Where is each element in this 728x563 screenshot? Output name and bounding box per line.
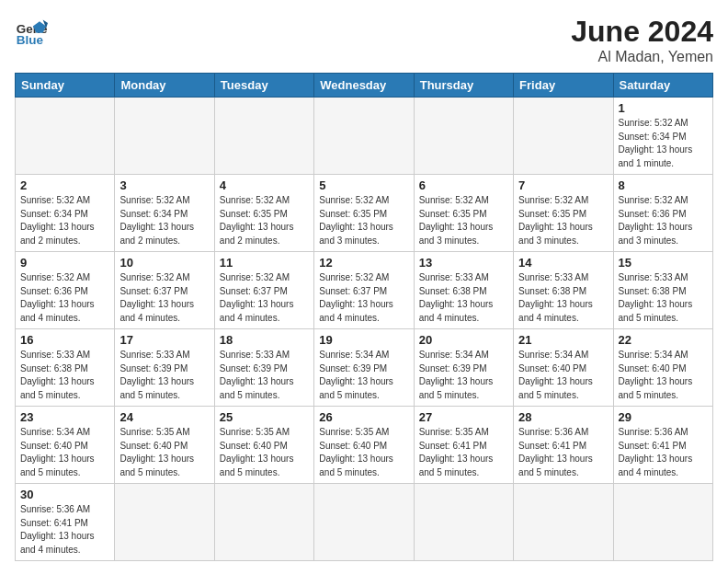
day-number: 1 — [619, 101, 708, 115]
calendar-cell — [115, 484, 214, 561]
day-number: 5 — [319, 178, 408, 192]
day-number: 4 — [220, 178, 309, 192]
day-info: Sunrise: 5:36 AM Sunset: 6:41 PM Dayligh… — [619, 426, 708, 479]
calendar-cell — [115, 98, 214, 175]
day-info: Sunrise: 5:32 AM Sunset: 6:34 PM Dayligh… — [619, 117, 708, 170]
day-info: Sunrise: 5:32 AM Sunset: 6:35 PM Dayligh… — [419, 194, 508, 247]
day-info: Sunrise: 5:32 AM Sunset: 6:37 PM Dayligh… — [220, 271, 309, 325]
calendar-cell: 3Sunrise: 5:32 AM Sunset: 6:34 PM Daylig… — [115, 175, 214, 252]
calendar-cell — [314, 98, 414, 175]
day-info: Sunrise: 5:36 AM Sunset: 6:41 PM Dayligh… — [518, 426, 608, 479]
day-info: Sunrise: 5:36 AM Sunset: 6:41 PM Dayligh… — [20, 503, 109, 557]
calendar-cell: 30Sunrise: 5:36 AM Sunset: 6:41 PM Dayli… — [16, 484, 115, 561]
day-number: 12 — [319, 256, 408, 270]
day-info: Sunrise: 5:32 AM Sunset: 6:35 PM Dayligh… — [319, 194, 408, 247]
page-subtitle: Al Madan, Yemen — [571, 49, 713, 65]
calendar-cell — [214, 484, 313, 561]
calendar-cell: 14Sunrise: 5:33 AM Sunset: 6:38 PM Dayli… — [514, 252, 613, 329]
calendar-cell: 16Sunrise: 5:33 AM Sunset: 6:38 PM Dayli… — [16, 329, 115, 407]
calendar-cell: 27Sunrise: 5:35 AM Sunset: 6:41 PM Dayli… — [414, 407, 513, 484]
col-header-friday: Friday — [514, 74, 613, 98]
day-number: 13 — [419, 256, 508, 270]
day-info: Sunrise: 5:34 AM Sunset: 6:40 PM Dayligh… — [20, 426, 109, 479]
calendar-cell: 23Sunrise: 5:34 AM Sunset: 6:40 PM Dayli… — [16, 407, 115, 484]
day-info: Sunrise: 5:32 AM Sunset: 6:34 PM Dayligh… — [119, 194, 209, 247]
svg-text:Blue: Blue — [17, 33, 44, 47]
calendar-table: SundayMondayTuesdayWednesdayThursdayFrid… — [15, 73, 713, 561]
day-info: Sunrise: 5:32 AM Sunset: 6:37 PM Dayligh… — [319, 271, 408, 325]
calendar-cell: 6Sunrise: 5:32 AM Sunset: 6:35 PM Daylig… — [414, 175, 513, 252]
calendar-cell: 19Sunrise: 5:34 AM Sunset: 6:39 PM Dayli… — [314, 329, 414, 407]
day-info: Sunrise: 5:34 AM Sunset: 6:39 PM Dayligh… — [419, 349, 508, 402]
logo: General Blue — [15, 15, 48, 48]
day-info: Sunrise: 5:32 AM Sunset: 6:36 PM Dayligh… — [20, 271, 109, 325]
calendar-week-row: 2Sunrise: 5:32 AM Sunset: 6:34 PM Daylig… — [16, 175, 713, 252]
day-info: Sunrise: 5:33 AM Sunset: 6:39 PM Dayligh… — [220, 349, 309, 402]
day-number: 23 — [20, 410, 109, 424]
calendar-cell — [414, 484, 513, 561]
calendar-cell: 4Sunrise: 5:32 AM Sunset: 6:35 PM Daylig… — [214, 175, 313, 252]
day-number: 6 — [419, 178, 508, 192]
calendar-week-row: 9Sunrise: 5:32 AM Sunset: 6:36 PM Daylig… — [16, 252, 713, 329]
day-number: 24 — [119, 410, 209, 424]
logo-icon: General Blue — [15, 15, 48, 48]
col-header-sunday: Sunday — [16, 74, 115, 98]
calendar-cell — [613, 484, 712, 561]
day-info: Sunrise: 5:32 AM Sunset: 6:35 PM Dayligh… — [220, 194, 309, 247]
calendar-cell: 28Sunrise: 5:36 AM Sunset: 6:41 PM Dayli… — [514, 407, 613, 484]
day-info: Sunrise: 5:35 AM Sunset: 6:40 PM Dayligh… — [319, 426, 408, 479]
calendar-cell: 10Sunrise: 5:32 AM Sunset: 6:37 PM Dayli… — [115, 252, 214, 329]
calendar-week-row: 23Sunrise: 5:34 AM Sunset: 6:40 PM Dayli… — [16, 407, 713, 484]
calendar-cell: 9Sunrise: 5:32 AM Sunset: 6:36 PM Daylig… — [16, 252, 115, 329]
day-number: 11 — [220, 256, 309, 270]
title-block: June 2024 Al Madan, Yemen — [571, 15, 713, 65]
calendar-cell: 24Sunrise: 5:35 AM Sunset: 6:40 PM Dayli… — [115, 407, 214, 484]
page-title: June 2024 — [571, 15, 713, 49]
calendar-week-row: 1Sunrise: 5:32 AM Sunset: 6:34 PM Daylig… — [16, 98, 713, 175]
calendar-cell: 20Sunrise: 5:34 AM Sunset: 6:39 PM Dayli… — [414, 329, 513, 407]
col-header-saturday: Saturday — [613, 74, 712, 98]
day-number: 27 — [419, 410, 508, 424]
day-number: 20 — [419, 333, 508, 347]
calendar-cell — [214, 98, 313, 175]
calendar-cell: 5Sunrise: 5:32 AM Sunset: 6:35 PM Daylig… — [314, 175, 414, 252]
day-number: 28 — [518, 410, 608, 424]
day-info: Sunrise: 5:33 AM Sunset: 6:39 PM Dayligh… — [119, 349, 209, 402]
day-info: Sunrise: 5:35 AM Sunset: 6:41 PM Dayligh… — [419, 426, 508, 479]
day-number: 21 — [518, 333, 608, 347]
day-info: Sunrise: 5:34 AM Sunset: 6:39 PM Dayligh… — [319, 349, 408, 402]
calendar-cell: 11Sunrise: 5:32 AM Sunset: 6:37 PM Dayli… — [214, 252, 313, 329]
day-info: Sunrise: 5:32 AM Sunset: 6:37 PM Dayligh… — [119, 271, 209, 325]
day-info: Sunrise: 5:34 AM Sunset: 6:40 PM Dayligh… — [518, 349, 608, 402]
day-number: 16 — [20, 333, 109, 347]
col-header-wednesday: Wednesday — [314, 74, 414, 98]
page-header: General Blue June 2024 Al Madan, Yemen — [15, 15, 713, 65]
calendar-cell: 8Sunrise: 5:32 AM Sunset: 6:36 PM Daylig… — [613, 175, 712, 252]
calendar-cell: 15Sunrise: 5:33 AM Sunset: 6:38 PM Dayli… — [613, 252, 712, 329]
calendar-cell: 1Sunrise: 5:32 AM Sunset: 6:34 PM Daylig… — [613, 98, 712, 175]
day-number: 10 — [119, 256, 209, 270]
day-number: 30 — [20, 488, 109, 501]
calendar-cell — [514, 484, 613, 561]
calendar-cell: 26Sunrise: 5:35 AM Sunset: 6:40 PM Dayli… — [314, 407, 414, 484]
col-header-monday: Monday — [115, 74, 214, 98]
calendar-cell: 21Sunrise: 5:34 AM Sunset: 6:40 PM Dayli… — [514, 329, 613, 407]
day-info: Sunrise: 5:34 AM Sunset: 6:40 PM Dayligh… — [619, 349, 708, 402]
calendar-cell — [16, 98, 115, 175]
calendar-cell: 25Sunrise: 5:35 AM Sunset: 6:40 PM Dayli… — [214, 407, 313, 484]
col-header-tuesday: Tuesday — [214, 74, 313, 98]
calendar-cell: 17Sunrise: 5:33 AM Sunset: 6:39 PM Dayli… — [115, 329, 214, 407]
calendar-cell — [314, 484, 414, 561]
calendar-cell — [514, 98, 613, 175]
calendar-cell: 2Sunrise: 5:32 AM Sunset: 6:34 PM Daylig… — [16, 175, 115, 252]
day-info: Sunrise: 5:35 AM Sunset: 6:40 PM Dayligh… — [220, 426, 309, 479]
calendar-week-row: 16Sunrise: 5:33 AM Sunset: 6:38 PM Dayli… — [16, 329, 713, 407]
day-number: 2 — [20, 178, 109, 192]
calendar-cell: 7Sunrise: 5:32 AM Sunset: 6:35 PM Daylig… — [514, 175, 613, 252]
calendar-cell: 12Sunrise: 5:32 AM Sunset: 6:37 PM Dayli… — [314, 252, 414, 329]
calendar-cell: 22Sunrise: 5:34 AM Sunset: 6:40 PM Dayli… — [613, 329, 712, 407]
day-number: 26 — [319, 410, 408, 424]
day-number: 9 — [20, 256, 109, 270]
day-info: Sunrise: 5:33 AM Sunset: 6:38 PM Dayligh… — [619, 271, 708, 325]
day-number: 8 — [619, 178, 708, 192]
